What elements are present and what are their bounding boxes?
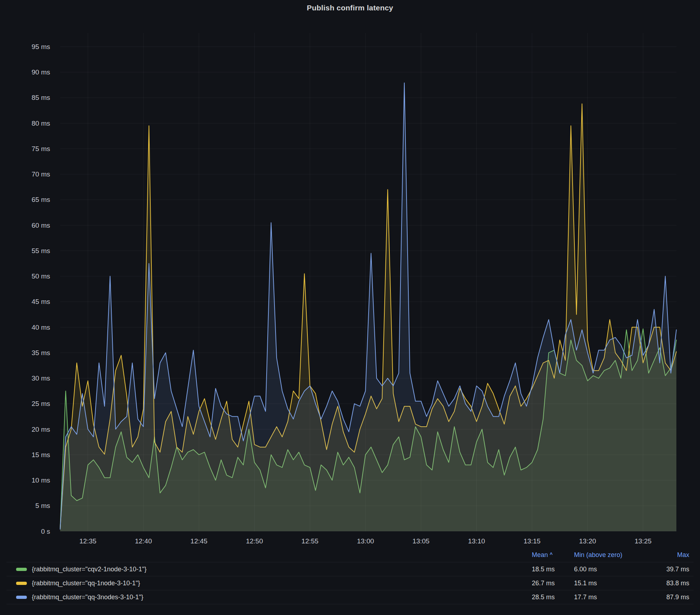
x-tick-label: 13:00	[357, 537, 374, 545]
legend-row: {rabbitmq_cluster="qq-3nodes-3-10-1"}28.…	[6, 590, 694, 604]
y-tick-label: 55 ms	[31, 247, 50, 255]
series-swatch-icon[interactable]	[16, 596, 27, 599]
legend-col-min[interactable]: Min (above zero)	[574, 551, 655, 559]
time-series-chart[interactable]: 0 s5 ms10 ms15 ms20 ms25 ms30 ms35 ms40 …	[0, 0, 700, 548]
y-tick-label: 5 ms	[35, 502, 50, 509]
y-tick-label: 20 ms	[31, 426, 50, 433]
legend-col-max[interactable]: Max	[655, 551, 689, 559]
series-min-value: 15.1 ms	[574, 580, 655, 587]
x-tick-label: 12:40	[135, 537, 152, 545]
series-swatch-icon[interactable]	[16, 582, 27, 585]
x-tick-label: 13:10	[468, 537, 485, 545]
y-tick-label: 45 ms	[31, 298, 50, 305]
y-tick-label: 0 s	[41, 528, 50, 535]
y-tick-label: 80 ms	[31, 120, 50, 127]
y-tick-label: 90 ms	[31, 68, 50, 76]
x-tick-label: 12:35	[79, 537, 97, 545]
y-tick-label: 35 ms	[31, 349, 50, 357]
x-tick-label: 13:25	[635, 537, 652, 545]
x-tick-label: 12:50	[246, 537, 263, 545]
legend-header: Mean ^ Min (above zero) Max	[6, 548, 694, 562]
legend-col-mean[interactable]: Mean ^	[532, 551, 574, 559]
y-tick-label: 70 ms	[31, 170, 50, 178]
y-tick-label: 60 ms	[31, 222, 50, 229]
series-max-value: 83.8 ms	[655, 580, 689, 587]
y-tick-label: 15 ms	[31, 451, 50, 459]
series-swatch-icon[interactable]	[16, 568, 27, 571]
series-max-value: 87.9 ms	[655, 594, 689, 601]
series-label[interactable]: {rabbitmq_cluster="qq-3nodes-3-10-1"}	[32, 594, 532, 601]
y-tick-label: 25 ms	[31, 400, 50, 407]
plot-area[interactable]	[60, 33, 676, 531]
y-tick-label: 50 ms	[31, 272, 50, 280]
series-mean-value: 28.5 ms	[532, 594, 574, 601]
legend-row: {rabbitmq_cluster="cqv2-1node-3-10-1"}18…	[6, 562, 694, 576]
y-tick-label: 95 ms	[31, 43, 50, 50]
y-tick-label: 10 ms	[31, 476, 50, 484]
y-tick-label: 75 ms	[31, 145, 50, 152]
x-tick-label: 13:05	[413, 537, 430, 545]
x-tick-label: 13:20	[579, 537, 596, 545]
y-tick-label: 30 ms	[31, 374, 50, 382]
legend: Mean ^ Min (above zero) Max {rabbitmq_cl…	[6, 548, 694, 604]
legend-rows: {rabbitmq_cluster="cqv2-1node-3-10-1"}18…	[6, 562, 694, 604]
series-min-value: 17.7 ms	[574, 594, 655, 601]
series-label[interactable]: {rabbitmq_cluster="qq-1node-3-10-1"}	[32, 580, 532, 587]
sort-caret-icon: ^	[550, 552, 553, 557]
series-mean-value: 18.5 ms	[532, 566, 574, 573]
series-max-value: 39.7 ms	[655, 566, 689, 573]
y-tick-label: 85 ms	[31, 94, 50, 101]
series-min-value: 6.00 ms	[574, 566, 655, 573]
series-label[interactable]: {rabbitmq_cluster="cqv2-1node-3-10-1"}	[32, 566, 532, 573]
y-tick-label: 40 ms	[31, 324, 50, 331]
series-mean-value: 26.7 ms	[532, 580, 574, 587]
x-tick-label: 13:15	[524, 537, 541, 545]
x-tick-label: 12:55	[301, 537, 319, 545]
legend-row: {rabbitmq_cluster="qq-1node-3-10-1"}26.7…	[6, 576, 694, 590]
x-tick-label: 12:45	[190, 537, 208, 545]
y-tick-label: 65 ms	[31, 196, 50, 203]
